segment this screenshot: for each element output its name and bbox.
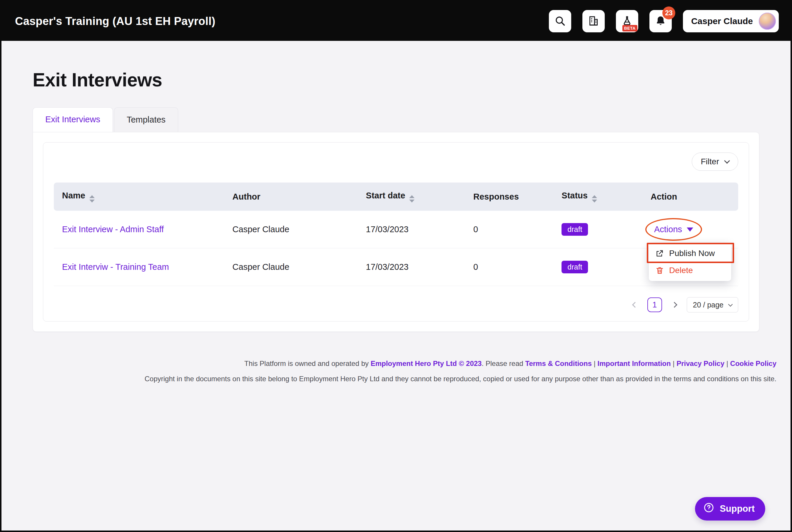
- filter-button[interactable]: Filter: [692, 153, 738, 171]
- main-content: Exit Interviews Exit Interviews Template…: [1, 69, 791, 332]
- user-menu[interactable]: Casper Claude: [683, 10, 779, 32]
- interview-name-link[interactable]: Exit Interviw - Training Team: [62, 262, 169, 271]
- sort-icon: [592, 195, 597, 203]
- table-panel: Filter Name Author Start date Responses: [43, 142, 749, 322]
- notification-count-badge: 23: [662, 6, 675, 19]
- employment-hero-link[interactable]: Employment Hero Pty Ltd © 2023: [371, 359, 482, 367]
- footer-legal-line: This Platform is owned and operated by E…: [16, 359, 776, 368]
- table-row: Exit Interviw - Training Team Casper Cla…: [54, 248, 738, 286]
- share-icon: [655, 249, 664, 258]
- tab-bar: Exit Interviews Templates: [33, 107, 759, 132]
- author-cell: Casper Claude: [232, 262, 366, 272]
- actions-button[interactable]: Actions: [650, 221, 697, 239]
- beta-badge: BETA: [622, 25, 637, 32]
- page-size-select[interactable]: 20 / page: [687, 297, 738, 312]
- org-title: Casper's Training (AU 1st EH Payroll): [15, 15, 215, 27]
- exit-interviews-card: Filter Name Author Start date Responses: [33, 132, 759, 332]
- column-header-name[interactable]: Name: [54, 191, 232, 203]
- filter-row: Filter: [54, 153, 738, 171]
- caret-down-icon: [687, 228, 693, 232]
- support-label: Support: [720, 504, 755, 514]
- next-page-button[interactable]: [669, 300, 680, 310]
- building-icon: [588, 15, 600, 27]
- cookie-policy-link[interactable]: Cookie Policy: [730, 359, 776, 367]
- important-information-link[interactable]: Important Information: [597, 359, 671, 367]
- column-header-status[interactable]: Status: [562, 191, 650, 203]
- current-page-button[interactable]: 1: [647, 298, 662, 312]
- page-title: Exit Interviews: [33, 69, 759, 91]
- chevron-left-icon: [632, 302, 638, 308]
- table-row: Exit Interview - Admin Staff Casper Clau…: [54, 211, 738, 248]
- status-badge: draft: [562, 261, 588, 273]
- actions-dropdown-anchor: Actions Publish Now: [650, 221, 697, 239]
- status-badge: draft: [562, 223, 588, 236]
- chevron-right-icon: [672, 302, 677, 308]
- column-header-start-date[interactable]: Start date: [366, 191, 473, 203]
- trash-icon: [655, 266, 664, 275]
- support-button[interactable]: Support: [695, 497, 765, 520]
- top-bar: Casper's Training (AU 1st EH Payroll) BE…: [1, 1, 791, 41]
- pagination: 1 20 / page: [54, 297, 738, 312]
- terms-conditions-link[interactable]: Terms & Conditions: [525, 359, 592, 367]
- search-icon: [554, 15, 566, 27]
- actions-menu: Publish Now Delete: [649, 243, 731, 281]
- user-name: Casper Claude: [691, 16, 753, 26]
- chevron-down-icon: [724, 158, 730, 164]
- sort-icon: [89, 195, 95, 203]
- tab-exit-interviews[interactable]: Exit Interviews: [33, 107, 113, 132]
- start-date-cell: 17/03/2023: [366, 225, 473, 234]
- previous-page-button[interactable]: [630, 300, 640, 310]
- column-header-action: Action: [650, 192, 738, 202]
- question-circle-icon: [703, 502, 714, 515]
- labs-beta-button[interactable]: BETA: [616, 10, 638, 32]
- start-date-cell: 17/03/2023: [366, 262, 473, 272]
- avatar: [759, 13, 776, 30]
- sort-icon: [409, 195, 415, 203]
- footer-copyright-line: Copyright in the documents on this site …: [16, 374, 776, 384]
- notifications-button[interactable]: 23: [649, 10, 672, 32]
- tab-templates[interactable]: Templates: [114, 107, 178, 132]
- chevron-down-icon: [728, 302, 733, 307]
- responses-cell: 0: [473, 225, 562, 234]
- menu-item-publish-now[interactable]: Publish Now: [649, 245, 731, 262]
- footer: This Platform is owned and operated by E…: [1, 359, 791, 384]
- table-header: Name Author Start date Responses Status …: [54, 183, 738, 211]
- column-header-author: Author: [232, 192, 366, 202]
- responses-cell: 0: [473, 262, 562, 272]
- search-button[interactable]: [549, 10, 571, 32]
- author-cell: Casper Claude: [232, 225, 366, 234]
- organisation-switcher-button[interactable]: [582, 10, 605, 32]
- column-header-responses: Responses: [473, 192, 562, 202]
- interview-name-link[interactable]: Exit Interview - Admin Staff: [62, 225, 164, 234]
- filter-label: Filter: [701, 157, 719, 166]
- menu-item-delete[interactable]: Delete: [649, 262, 731, 279]
- privacy-policy-link[interactable]: Privacy Policy: [677, 359, 724, 367]
